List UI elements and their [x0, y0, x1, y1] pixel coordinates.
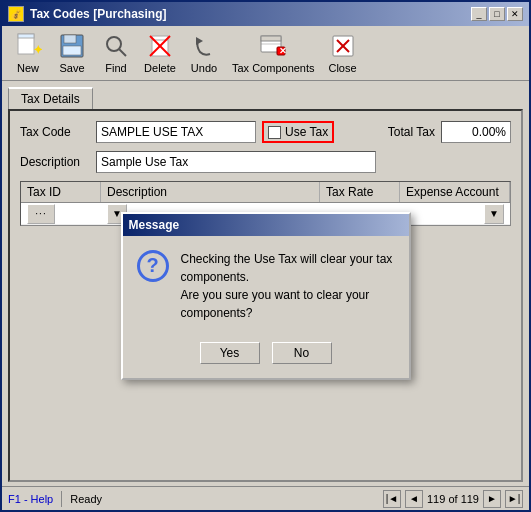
delete-button[interactable]: Delete	[140, 30, 180, 76]
status-nav: |◄ ◄ 119 of 119 ► ►|	[383, 490, 523, 508]
tax-components-button[interactable]: ✕ Tax Components	[228, 30, 319, 76]
find-icon	[102, 32, 130, 60]
undo-label: Undo	[191, 62, 217, 74]
content-panel: Tax Code Use Tax Total Tax Description T…	[8, 109, 523, 482]
undo-icon	[190, 32, 218, 60]
svg-line-7	[119, 49, 126, 56]
status-text: Ready	[70, 493, 102, 505]
window-title: Tax Codes [Purchasing]	[30, 7, 166, 21]
status-bar: F1 - Help Ready |◄ ◄ 119 of 119 ► ►|	[2, 486, 529, 510]
yes-button[interactable]: Yes	[200, 342, 260, 364]
svg-rect-4	[64, 35, 76, 43]
tab-area: Tax Details	[2, 81, 529, 109]
new-icon: ✦	[14, 32, 42, 60]
nav-prev-button[interactable]: ◄	[405, 490, 423, 508]
no-button[interactable]: No	[272, 342, 332, 364]
tab-tax-details[interactable]: Tax Details	[8, 87, 93, 109]
find-label: Find	[105, 62, 126, 74]
window-close-button[interactable]: ✕	[507, 7, 523, 21]
modal-message-line1: Checking the Use Tax will clear your tax…	[181, 252, 393, 284]
save-label: Save	[59, 62, 84, 74]
nav-next-button[interactable]: ►	[483, 490, 501, 508]
maximize-button[interactable]: □	[489, 7, 505, 21]
delete-label: Delete	[144, 62, 176, 74]
minimize-button[interactable]: _	[471, 7, 487, 21]
message-dialog: Message ? Checking the Use Tax will clea…	[121, 212, 411, 380]
nav-position-text: 119 of 119	[427, 493, 479, 505]
window-icon: 💰	[8, 6, 24, 22]
title-bar-left: 💰 Tax Codes [Purchasing]	[8, 6, 166, 22]
status-separator-1	[61, 491, 62, 507]
help-link[interactable]: F1 - Help	[8, 493, 53, 505]
title-bar: 💰 Tax Codes [Purchasing] _ □ ✕	[2, 2, 529, 26]
svg-rect-1	[18, 34, 34, 38]
toolbar: ✦ New Save Find	[2, 26, 529, 81]
close-icon	[329, 32, 357, 60]
undo-button[interactable]: Undo	[184, 30, 224, 76]
modal-title-bar: Message	[123, 214, 409, 236]
tax-components-icon: ✕	[259, 32, 287, 60]
main-window: 💰 Tax Codes [Purchasing] _ □ ✕ ✦ New	[0, 0, 531, 512]
svg-rect-14	[261, 36, 281, 41]
svg-point-6	[107, 37, 121, 51]
modal-message-line2: Are you sure you want to clear your comp…	[181, 288, 370, 320]
close-toolbar-button[interactable]: Close	[323, 30, 363, 76]
save-icon	[58, 32, 86, 60]
nav-last-button[interactable]: ►|	[505, 490, 523, 508]
save-button[interactable]: Save	[52, 30, 92, 76]
nav-first-button[interactable]: |◄	[383, 490, 401, 508]
tax-components-label: Tax Components	[232, 62, 315, 74]
svg-text:✦: ✦	[33, 43, 42, 57]
modal-overlay: Message ? Checking the Use Tax will clea…	[10, 111, 521, 480]
modal-question-icon: ?	[137, 250, 169, 282]
modal-buttons: Yes No	[123, 336, 409, 378]
modal-title: Message	[129, 218, 180, 232]
close-label: Close	[328, 62, 356, 74]
title-bar-buttons: _ □ ✕	[471, 7, 523, 21]
new-button[interactable]: ✦ New	[8, 30, 48, 76]
svg-text:✕: ✕	[279, 46, 287, 56]
modal-body: ? Checking the Use Tax will clear your t…	[123, 236, 409, 336]
new-label: New	[17, 62, 39, 74]
delete-icon	[146, 32, 174, 60]
svg-rect-5	[63, 46, 81, 55]
modal-message: Checking the Use Tax will clear your tax…	[181, 250, 395, 322]
svg-marker-12	[196, 37, 203, 45]
find-button[interactable]: Find	[96, 30, 136, 76]
